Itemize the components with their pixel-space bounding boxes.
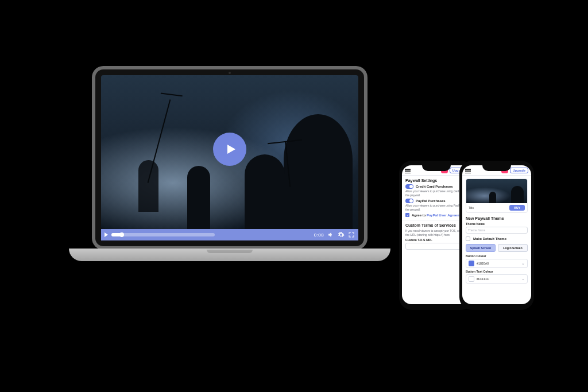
- colour-swatch: [469, 276, 474, 282]
- screen-tabs: Splash Screen Login Screen: [466, 244, 528, 252]
- laptop-screen: 0:08: [95, 69, 364, 246]
- seek-thumb[interactable]: [119, 232, 124, 237]
- tab-splash-screen[interactable]: Splash Screen: [466, 244, 496, 252]
- button-text-colour-picker[interactable]: #FFFFFF ⌄: [466, 274, 528, 284]
- paypal-toggle[interactable]: [405, 199, 413, 203]
- volume-icon[interactable]: [327, 231, 334, 238]
- play-button[interactable]: [213, 133, 246, 166]
- mic-stand: [148, 99, 171, 183]
- silhouette: [284, 114, 353, 229]
- phone-notch: [422, 165, 451, 171]
- laptop-mockup: 0:08: [69, 66, 390, 296]
- chevron-down-icon: ⌄: [521, 261, 525, 266]
- fullscreen-icon[interactable]: [348, 231, 355, 238]
- colour-swatch: [469, 261, 474, 266]
- default-theme-checkbox[interactable]: [466, 236, 470, 241]
- section-title: Paywall Settings: [405, 178, 467, 183]
- theme-name-label: Theme Name: [466, 222, 528, 226]
- theme-name-input[interactable]: Theme Name: [466, 227, 528, 234]
- silhouette: [245, 154, 285, 229]
- seek-bar[interactable]: [111, 233, 215, 236]
- laptop-base: [69, 249, 390, 261]
- agree-checkbox[interactable]: ✓: [405, 213, 409, 217]
- play-pause-button[interactable]: [105, 232, 108, 237]
- tos-description: If you need viewers to accept your TOS, …: [405, 229, 467, 236]
- agree-label: Agree to PayPal User Agreement: [412, 214, 466, 217]
- silhouette: [187, 166, 210, 229]
- silhouette: [138, 160, 158, 212]
- button-colour-label: Button Colour: [466, 254, 528, 258]
- video-controls: 0:08: [101, 229, 358, 240]
- paypal-description: Allow your viewers to purchase using Pay…: [405, 204, 467, 211]
- paypal-label: PayPal Purchases: [416, 199, 446, 203]
- button-colour-value: #1820A0: [477, 262, 489, 265]
- default-theme-label: Make Default Theme: [473, 237, 506, 240]
- video-frame: [101, 75, 358, 229]
- tab-login-screen[interactable]: Login Screen: [498, 244, 528, 252]
- upgrade-button[interactable]: Upgrade: [510, 168, 528, 173]
- settings-icon[interactable]: [338, 231, 345, 238]
- tos-url-label: Custom T.O.S URL: [405, 238, 467, 242]
- tos-title: Custom Terms of Services: [405, 223, 467, 227]
- menu-icon[interactable]: [465, 169, 471, 173]
- webcam-dot: [229, 72, 231, 74]
- button-text-colour-value: #FFFFFF: [477, 277, 489, 281]
- button-colour-picker[interactable]: #1820A0 ⌄: [466, 259, 528, 268]
- button-text-colour-label: Button Text Colour: [466, 270, 528, 273]
- menu-icon[interactable]: [405, 169, 411, 173]
- tos-url-input[interactable]: [405, 243, 467, 250]
- credit-card-toggle[interactable]: [405, 184, 413, 189]
- preview-title: Title: [469, 206, 474, 209]
- chevron-down-icon: ⌄: [521, 277, 525, 281]
- play-icon: [224, 142, 238, 156]
- section-title: New Paywall Theme: [466, 216, 528, 220]
- credit-card-description: Allow your viewers to purchase using car…: [405, 189, 467, 197]
- phone-mockup-theme: Upgrade Title BUY New Paywall Theme Them…: [459, 161, 534, 310]
- preview-image: [466, 179, 527, 203]
- laptop-bezel: 0:08: [92, 66, 368, 250]
- timecode: 0:08: [314, 232, 324, 238]
- preview-buy-button[interactable]: BUY: [509, 205, 525, 211]
- credit-card-label: Credit Card Purchases: [416, 185, 453, 188]
- phone-notch: [482, 165, 511, 171]
- paywall-preview: Title BUY: [466, 178, 528, 213]
